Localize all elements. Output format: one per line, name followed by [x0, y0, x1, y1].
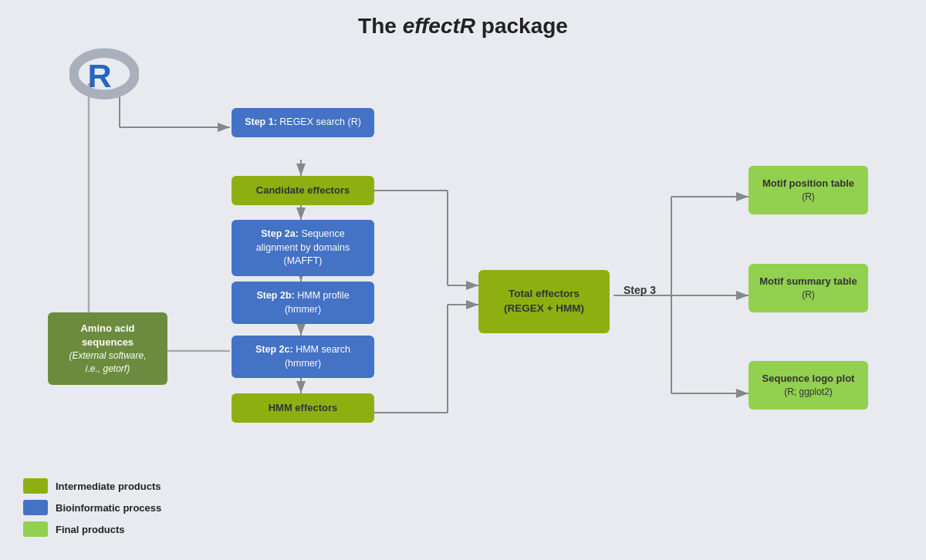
- amino-sub1: (External software,: [69, 350, 146, 361]
- r-logo: R: [69, 46, 139, 104]
- svg-text:R: R: [87, 57, 111, 94]
- amino-acid-box: Amino acid sequences (External software,…: [48, 312, 167, 385]
- motif-position-box: Motif position table (R): [749, 166, 872, 214]
- legend-color-final: [23, 521, 48, 537]
- legend: Intermediate products Bioinformatic proc…: [23, 478, 161, 537]
- motif-position-sub: (R): [758, 191, 859, 204]
- sequence-logo-box: Sequence logo plot (R; ggplot2): [749, 361, 872, 410]
- step2b-desc: HMM profile (hmmer): [285, 290, 350, 315]
- motif-position-title: Motif position table: [758, 177, 859, 191]
- motif-summary-title: Motif summary table: [758, 275, 859, 288]
- step2a-box: Step 2a: Sequence alignment by domains (…: [231, 220, 374, 276]
- legend-item-bioinformatic: Bioinformatic process: [23, 500, 161, 515]
- legend-item-intermediate: Intermediate products: [23, 478, 161, 494]
- amino-sub2: i.e., getorf): [86, 363, 130, 374]
- main-container: The effectR package: [0, 0, 926, 560]
- legend-label-final: Final products: [56, 524, 125, 535]
- total-effectors-box: Total effectors (REGEX + HMM): [478, 270, 613, 333]
- sequence-logo-title: Sequence logo plot: [758, 372, 859, 386]
- step1-desc: REGEX search (R): [277, 116, 361, 127]
- step2c-label: Step 2c:: [255, 344, 293, 355]
- step3-label: Step 3: [624, 284, 656, 296]
- step1-label: Step 1:: [245, 116, 277, 127]
- hmm-label: HMM effectors: [269, 402, 338, 413]
- legend-item-final: Final products: [23, 521, 161, 537]
- legend-color-intermediate: [23, 478, 48, 494]
- page-title: The effectR package: [0, 0, 926, 46]
- amino-title: Amino acid sequences: [56, 322, 160, 349]
- step2c-box: Step 2c: HMM search (hmmer): [231, 336, 374, 378]
- step2b-box: Step 2b: HMM profile (hmmer): [231, 282, 374, 324]
- candidate-box: Candidate effectors: [231, 176, 374, 205]
- step2c-desc: HMM search (hmmer): [285, 344, 350, 369]
- hmm-effectors-box: HMM effectors: [231, 393, 374, 423]
- motif-summary-sub: (R): [758, 288, 859, 302]
- step2a-label: Step 2a:: [261, 228, 299, 239]
- candidate-label: Candidate effectors: [256, 184, 350, 196]
- legend-label-intermediate: Intermediate products: [56, 481, 161, 492]
- motif-summary-box: Motif summary table (R): [749, 264, 872, 312]
- total-line2: (REGEX + HMM): [492, 302, 596, 316]
- total-line1: Total effectors: [492, 287, 596, 302]
- legend-label-bioinformatic: Bioinformatic process: [56, 502, 161, 514]
- sequence-logo-sub: (R; ggplot2): [758, 386, 859, 399]
- step2b-label: Step 2b:: [256, 290, 294, 301]
- legend-color-bioinformatic: [23, 500, 48, 515]
- step1-box: Step 1: REGEX search (R): [231, 108, 374, 137]
